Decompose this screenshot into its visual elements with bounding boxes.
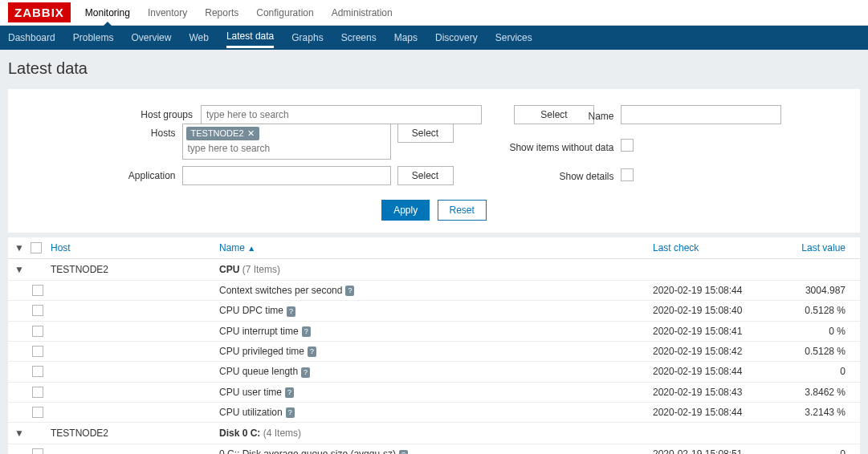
subnav-screens[interactable]: Screens: [341, 32, 377, 43]
item-lastcheck: 2020-02-19 15:08:44: [653, 285, 765, 296]
item-row: CPU DPC time?2020-02-19 15:08:400.5128 %: [8, 301, 860, 321]
help-icon[interactable]: ?: [345, 286, 354, 296]
page-title: Latest data: [0, 50, 868, 89]
show-details-checkbox[interactable]: [621, 168, 634, 181]
application-input[interactable]: [182, 166, 391, 185]
group-name: CPU (7 Items): [219, 264, 653, 275]
item-row: CPU user time?2020-02-19 15:08:433.8462 …: [8, 383, 860, 403]
item-name: CPU interrupt time?: [219, 326, 653, 337]
help-icon[interactable]: ?: [301, 367, 310, 378]
help-icon[interactable]: ?: [285, 387, 294, 398]
item-name: CPU queue length?: [219, 366, 653, 377]
sub-nav: DashboardProblemsOverviewWebLatest dataG…: [0, 26, 868, 50]
logo: ZABBIX: [8, 2, 71, 22]
item-row: CPU queue length?2020-02-19 15:08:440: [8, 362, 860, 382]
item-lastvalue: 0.5128 %: [765, 305, 854, 316]
item-lastvalue: 0.5128 %: [765, 346, 854, 357]
topnav-configuration[interactable]: Configuration: [256, 7, 313, 18]
help-icon[interactable]: ?: [286, 407, 295, 418]
group-name: Disk 0 C: (4 Items): [219, 428, 653, 439]
group-row: ▼TESTNODE2CPU (7 Items): [8, 259, 860, 281]
subnav-maps[interactable]: Maps: [394, 32, 418, 43]
application-select-button[interactable]: Select: [397, 166, 454, 185]
item-checkbox[interactable]: [32, 326, 43, 337]
item-lastvalue: 0 %: [765, 326, 854, 337]
select-all-checkbox[interactable]: [31, 242, 42, 253]
item-checkbox[interactable]: [32, 305, 43, 316]
subnav-dashboard[interactable]: Dashboard: [8, 32, 55, 43]
item-checkbox[interactable]: [32, 387, 43, 398]
filter-buttons: Apply Reset: [32, 200, 836, 221]
topnav-monitoring[interactable]: Monitoring: [85, 7, 130, 18]
item-checkbox[interactable]: [32, 366, 43, 377]
item-checkbox[interactable]: [32, 407, 43, 418]
hosts-tag-remove-icon[interactable]: ✕: [247, 128, 255, 138]
item-lastcheck: 2020-02-19 15:08:51: [653, 448, 765, 454]
item-lastcheck: 2020-02-19 15:08:41: [653, 326, 765, 337]
item-name: CPU utilization?: [219, 407, 653, 418]
reset-button[interactable]: Reset: [438, 200, 487, 221]
subnav-graphs[interactable]: Graphs: [291, 32, 323, 43]
group-collapse-icon[interactable]: ▼: [14, 428, 31, 439]
col-name[interactable]: Name ▲: [219, 242, 653, 253]
item-name: CPU user time?: [219, 387, 653, 398]
help-icon[interactable]: ?: [302, 326, 311, 337]
item-checkbox[interactable]: [32, 285, 43, 296]
item-lastcheck: 2020-02-19 15:08:44: [653, 366, 765, 377]
item-lastvalue: 3.2143 %: [765, 407, 854, 418]
name-input[interactable]: [621, 105, 781, 124]
collapse-all-icon[interactable]: ▼: [14, 242, 31, 253]
help-icon[interactable]: ?: [287, 306, 295, 317]
item-row: CPU privileged time?2020-02-19 15:08:420…: [8, 342, 860, 362]
item-row: CPU utilization?2020-02-19 15:08:443.214…: [8, 403, 860, 423]
item-lastcheck: 2020-02-19 15:08:44: [653, 407, 765, 418]
group-count: (4 Items): [263, 428, 301, 439]
group-collapse-icon[interactable]: ▼: [14, 264, 31, 275]
show-without-data-checkbox[interactable]: [621, 139, 634, 152]
top-nav: ZABBIX MonitoringInventoryReportsConfigu…: [0, 0, 868, 26]
hosts-multiselect[interactable]: TESTNODE2✕: [182, 124, 391, 160]
item-lastcheck: 2020-02-19 15:08:40: [653, 305, 765, 316]
help-icon[interactable]: ?: [399, 450, 408, 454]
subnav-discovery[interactable]: Discovery: [435, 32, 478, 43]
item-row: Context switches per second?2020-02-19 1…: [8, 281, 860, 301]
group-host: TESTNODE2: [51, 428, 219, 439]
item-checkbox[interactable]: [32, 448, 43, 454]
item-row: 0 C:: Disk average queue size (avgqu-sz)…: [8, 444, 860, 454]
item-name: CPU privileged time?: [219, 346, 653, 357]
item-name: Context switches per second?: [219, 285, 653, 296]
subnav-latest-data[interactable]: Latest data: [226, 30, 274, 48]
help-icon[interactable]: ?: [308, 347, 316, 357]
hosts-label: Hosts: [88, 124, 176, 139]
col-lastvalue: Last value: [765, 242, 854, 253]
topnav-administration[interactable]: Administration: [332, 7, 393, 18]
item-lastvalue: 0: [765, 448, 854, 454]
topnav-inventory[interactable]: Inventory: [148, 7, 187, 18]
col-host[interactable]: Host: [51, 242, 219, 253]
hosts-input[interactable]: [186, 140, 387, 156]
subnav-overview[interactable]: Overview: [131, 32, 171, 43]
show-details-label: Show details: [486, 167, 614, 182]
item-name: 0 C:: Disk average queue size (avgqu-sz)…: [219, 448, 653, 454]
item-lastcheck: 2020-02-19 15:08:43: [653, 387, 765, 398]
item-checkbox[interactable]: [32, 346, 43, 357]
item-lastvalue: 0: [765, 366, 854, 377]
hosts-select-button[interactable]: Select: [397, 124, 454, 143]
show-without-data-label: Show items without data: [486, 138, 614, 153]
name-label2: Name: [486, 107, 614, 122]
item-name: CPU DPC time?: [219, 305, 653, 316]
group-count: (7 Items): [242, 264, 280, 275]
item-lastcheck: 2020-02-19 15:08:42: [653, 346, 765, 357]
apply-button[interactable]: Apply: [381, 200, 430, 221]
filter-panel: Host groups Select Name Host groups Host…: [8, 89, 860, 233]
topnav-reports[interactable]: Reports: [205, 7, 238, 18]
data-table: ▼ Host Name ▲ Last check Last value ▼TES…: [8, 237, 860, 454]
hosts-tag[interactable]: TESTNODE2✕: [186, 127, 259, 140]
subnav-problems[interactable]: Problems: [73, 32, 114, 43]
col-lastcheck[interactable]: Last check: [653, 242, 765, 253]
item-lastvalue: 3004.987: [765, 285, 854, 296]
group-host: TESTNODE2: [51, 264, 219, 275]
application-label: Application: [88, 166, 176, 181]
subnav-services[interactable]: Services: [495, 32, 532, 43]
subnav-web[interactable]: Web: [189, 32, 208, 43]
